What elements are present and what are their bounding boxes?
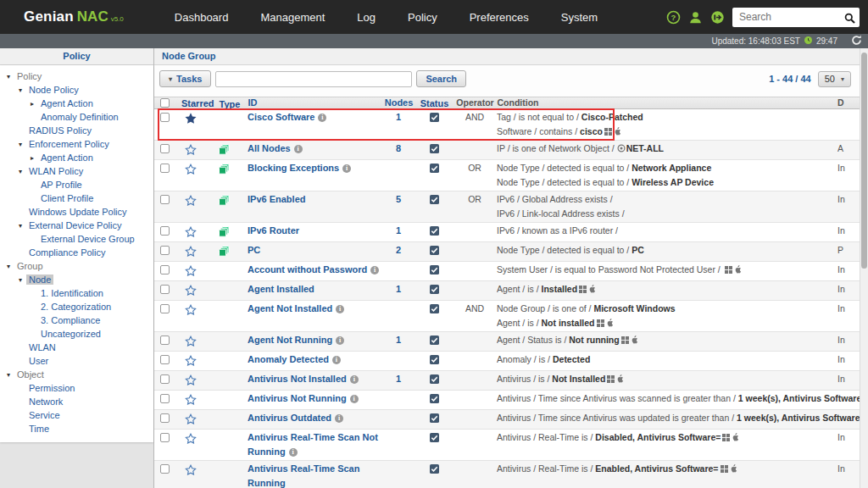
sidebar-item-client-profile[interactable]: Client Profile bbox=[0, 191, 153, 205]
star-outline-icon[interactable] bbox=[185, 144, 197, 155]
sidebar-item-object[interactable]: ▾Object bbox=[0, 368, 153, 381]
star-outline-icon[interactable] bbox=[185, 413, 197, 424]
star-outline-icon[interactable] bbox=[185, 394, 197, 405]
star-outline-icon[interactable] bbox=[185, 464, 197, 475]
tree-expand-icon[interactable]: ▾ bbox=[19, 222, 26, 230]
status-checked-checkbox[interactable] bbox=[430, 374, 439, 384]
table-search-input[interactable] bbox=[215, 71, 412, 87]
status-checked-checkbox[interactable] bbox=[430, 433, 439, 442]
info-icon[interactable]: i bbox=[335, 414, 343, 423]
logout-icon[interactable] bbox=[710, 10, 725, 25]
node-count[interactable]: 1 bbox=[381, 333, 415, 350]
menu-item-system[interactable]: System bbox=[561, 11, 598, 24]
status-checked-checkbox[interactable] bbox=[430, 226, 439, 236]
sidebar-item-uncategorized[interactable]: Uncategorized bbox=[0, 327, 153, 341]
select-all-checkbox[interactable] bbox=[160, 98, 170, 108]
menu-item-log[interactable]: Log bbox=[357, 11, 376, 24]
sidebar-item-ap-profile[interactable]: AP Profile bbox=[0, 178, 153, 191]
node-group-link[interactable]: Antivirus Outdated bbox=[248, 413, 331, 423]
column-header-type[interactable]: Type bbox=[214, 97, 248, 109]
search-button[interactable]: Search bbox=[416, 70, 466, 87]
help-icon[interactable]: ? bbox=[666, 10, 681, 25]
sidebar-item-permission[interactable]: Permission bbox=[0, 381, 153, 395]
sidebar-item-time[interactable]: Time bbox=[0, 422, 153, 435]
row-select-checkbox[interactable] bbox=[160, 304, 170, 313]
menu-item-policy[interactable]: Policy bbox=[408, 11, 437, 24]
sidebar-item-3-compliance[interactable]: 3. Compliance bbox=[0, 313, 153, 327]
status-checked-checkbox[interactable] bbox=[430, 464, 439, 474]
column-header-starred[interactable]: Starred bbox=[175, 98, 214, 108]
node-group-link[interactable]: IPv6 Router bbox=[248, 225, 299, 236]
sidebar-item-agent-action[interactable]: ▸Agent Action bbox=[0, 151, 153, 164]
sidebar-item-anomaly-definition[interactable]: Anomaly Definition bbox=[0, 110, 153, 124]
sidebar-item-compliance-policy[interactable]: Compliance Policy bbox=[0, 246, 153, 259]
star-outline-icon[interactable] bbox=[185, 226, 197, 237]
status-checked-checkbox[interactable] bbox=[430, 144, 439, 153]
star-filled-icon[interactable] bbox=[185, 113, 197, 124]
status-checked-checkbox[interactable] bbox=[430, 285, 439, 294]
star-outline-icon[interactable] bbox=[185, 246, 197, 257]
sidebar-item-2-categorization[interactable]: 2. Categorization bbox=[0, 300, 153, 313]
sidebar-item-node[interactable]: ▾Node bbox=[0, 273, 153, 286]
status-checked-checkbox[interactable] bbox=[430, 355, 439, 364]
row-select-checkbox[interactable] bbox=[160, 226, 170, 236]
node-count[interactable]: 1 bbox=[381, 110, 415, 139]
row-select-checkbox[interactable] bbox=[160, 144, 170, 153]
tree-expand-icon[interactable]: ▾ bbox=[7, 263, 14, 270]
user-icon[interactable] bbox=[688, 10, 703, 25]
global-search-input[interactable] bbox=[732, 8, 860, 27]
sidebar-item-user[interactable]: User bbox=[0, 354, 153, 368]
menu-item-management[interactable]: Management bbox=[260, 11, 325, 24]
menu-item-dashboard[interactable]: Dashboard bbox=[175, 11, 229, 24]
tree-expand-icon[interactable]: ▾ bbox=[19, 168, 26, 175]
status-checked-checkbox[interactable] bbox=[430, 394, 439, 403]
refresh-icon[interactable] bbox=[851, 35, 862, 47]
sidebar-item-wlan-policy[interactable]: ▾WLAN Policy bbox=[0, 164, 153, 178]
status-checked-checkbox[interactable] bbox=[430, 336, 439, 345]
vertical-scrollbar[interactable] bbox=[860, 48, 868, 488]
node-group-link[interactable]: Account without Password bbox=[248, 264, 367, 274]
star-outline-icon[interactable] bbox=[185, 265, 197, 276]
sidebar-item-wlan[interactable]: WLAN bbox=[0, 341, 153, 354]
row-select-checkbox[interactable] bbox=[160, 374, 170, 384]
node-group-link[interactable]: Agent Not Installed bbox=[248, 303, 332, 313]
status-checked-checkbox[interactable] bbox=[430, 195, 439, 204]
sidebar-item-service[interactable]: Service bbox=[0, 408, 153, 422]
row-select-checkbox[interactable] bbox=[160, 195, 170, 204]
node-group-link[interactable]: Blocking Exceptions bbox=[248, 163, 339, 173]
node-group-link[interactable]: Antivirus Not Running bbox=[248, 393, 347, 403]
star-outline-icon[interactable] bbox=[185, 336, 197, 347]
node-count[interactable]: 2 bbox=[381, 243, 415, 260]
info-icon[interactable]: i bbox=[370, 266, 379, 274]
star-outline-icon[interactable] bbox=[185, 355, 197, 366]
column-header-operator[interactable]: Operator bbox=[453, 97, 498, 109]
status-checked-checkbox[interactable] bbox=[430, 164, 439, 173]
tasks-button[interactable]: ▾ Tasks bbox=[159, 70, 211, 87]
status-checked-checkbox[interactable] bbox=[430, 304, 439, 313]
row-select-checkbox[interactable] bbox=[160, 433, 170, 442]
sidebar-item-group[interactable]: ▾Group bbox=[0, 259, 153, 273]
info-icon[interactable]: i bbox=[332, 356, 341, 364]
sidebar-item-node-policy[interactable]: ▾Node Policy bbox=[0, 83, 153, 97]
tree-expand-icon[interactable]: ▾ bbox=[19, 276, 26, 284]
sidebar-item-policy[interactable]: ▾Policy bbox=[0, 69, 153, 83]
row-select-checkbox[interactable] bbox=[160, 394, 170, 403]
sidebar-item-agent-action[interactable]: ▸Agent Action bbox=[0, 97, 153, 110]
row-select-checkbox[interactable] bbox=[160, 246, 170, 255]
info-icon[interactable]: i bbox=[336, 305, 344, 313]
column-header-status[interactable]: Status bbox=[416, 98, 453, 108]
column-header-condition[interactable]: Condition bbox=[498, 97, 837, 109]
sidebar-item-external-device-policy[interactable]: ▾External Device Policy bbox=[0, 219, 153, 232]
info-icon[interactable]: i bbox=[289, 448, 298, 457]
star-outline-icon[interactable] bbox=[185, 164, 197, 175]
node-group-link[interactable]: Anomaly Detected bbox=[248, 354, 329, 364]
row-select-checkbox[interactable] bbox=[160, 265, 170, 274]
node-group-link[interactable]: IPv6 Enabled bbox=[248, 194, 305, 204]
node-count[interactable]: 1 bbox=[381, 282, 415, 299]
page-size-select[interactable]: 50 ▾ bbox=[818, 71, 851, 87]
sidebar-item-windows-update-policy[interactable]: Windows Update Policy bbox=[0, 205, 153, 219]
node-count[interactable]: 5 bbox=[381, 192, 415, 221]
search-icon[interactable] bbox=[844, 12, 855, 27]
star-outline-icon[interactable] bbox=[185, 304, 197, 315]
tree-collapsed-icon[interactable]: ▸ bbox=[31, 154, 38, 162]
